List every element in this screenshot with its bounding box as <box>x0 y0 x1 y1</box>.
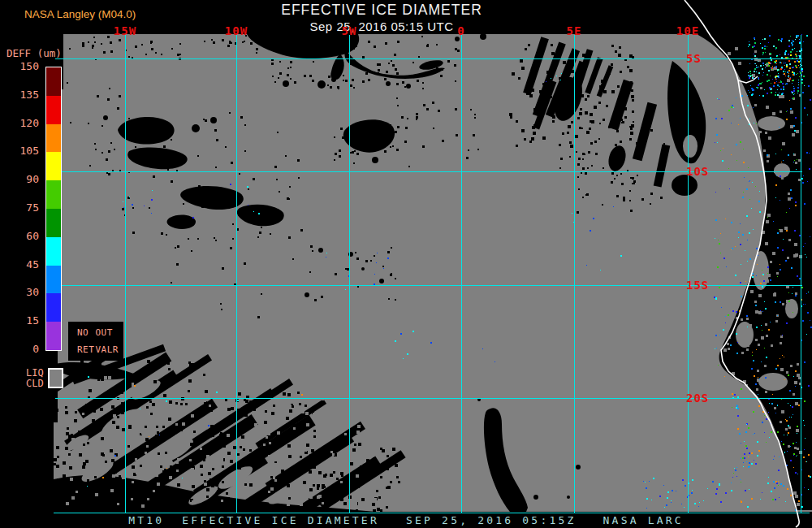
app-window: NASA Langley (M04.0) EFFECTIVE ICE DIAME… <box>0 0 812 528</box>
retrieval-flag-legend: NOOUTRETVALR <box>68 322 123 361</box>
colorbar-tick: 45 <box>0 258 39 271</box>
liq-cld-line: CLD <box>26 379 44 389</box>
map-canvas <box>0 0 812 528</box>
liquid-cloud-label: LIQCLD <box>26 368 44 389</box>
colorbar-tick: 75 <box>0 201 39 214</box>
colorbar-segment <box>46 152 61 180</box>
colorbar-title: DEFF (um) <box>6 47 62 59</box>
colorbar-tick: 60 <box>0 230 39 243</box>
timestamp: Sep 25, 2016 05:15 UTC <box>281 19 482 33</box>
colorbar-segment <box>46 322 61 350</box>
colorbar-tick: 15 <box>0 314 39 327</box>
colorbar-segment <box>46 237 61 266</box>
colorbar-segment <box>46 124 61 153</box>
colorbar-segment <box>46 209 61 237</box>
colorbar-segment <box>46 180 61 209</box>
colorbar-tick: 105 <box>0 145 39 158</box>
flag-label: VALR <box>96 344 119 355</box>
colorbar <box>45 67 62 351</box>
page-title: EFFECTIVE ICE DIAMETER <box>281 2 482 19</box>
colorbar-tick: 120 <box>0 117 39 130</box>
colorbar-segment <box>46 96 61 124</box>
agency-credit: NASA Langley (M04.0) <box>24 8 136 20</box>
colorbar-segment <box>46 266 61 294</box>
colorbar-tick: 30 <box>0 286 39 299</box>
colorbar-segment <box>46 67 61 96</box>
colorbar-tick: 0 <box>0 343 39 356</box>
liquid-cloud-legend: LIQCLD <box>26 368 63 389</box>
colorbar-segment <box>46 293 61 322</box>
footer-caption: MT10 EFFECTIVE ICE DIAMETER SEP 25, 2016… <box>0 513 812 528</box>
flag-label: NO <box>77 327 94 338</box>
title-block: EFFECTIVE ICE DIAMETER Sep 25, 2016 05:1… <box>281 2 482 33</box>
flag-label: OUT <box>96 327 119 338</box>
liquid-cloud-swatch <box>48 368 63 388</box>
colorbar-tick: 90 <box>0 173 39 186</box>
colorbar-tick: 150 <box>0 60 39 73</box>
flag-label: RET <box>77 344 94 355</box>
colorbar-tick: 135 <box>0 89 39 102</box>
colorbar-ticks: 1501351201059075604530150 <box>0 67 39 349</box>
